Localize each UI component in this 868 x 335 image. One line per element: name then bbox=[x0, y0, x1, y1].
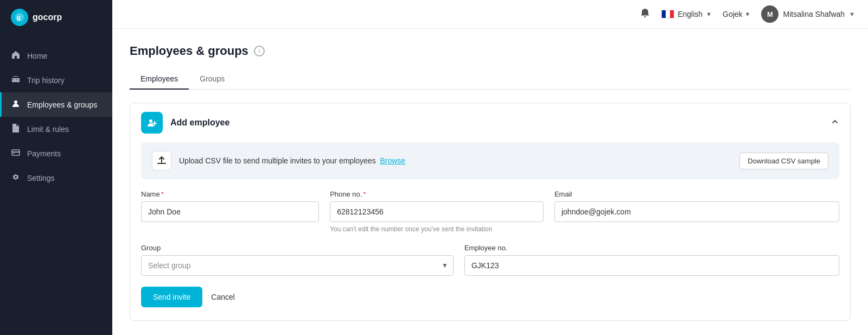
sidebar-item-limit-rules-label: Limit & rules bbox=[27, 125, 69, 134]
employees-icon bbox=[11, 99, 21, 110]
language-selector[interactable]: English ▼ bbox=[661, 10, 712, 18]
page-header: Employees & groups i bbox=[130, 44, 851, 58]
email-input[interactable] bbox=[554, 201, 839, 222]
logo-text: gocorp bbox=[33, 12, 62, 22]
user-menu[interactable]: M Mitsalina Shafwah ▼ bbox=[761, 5, 855, 23]
svg-rect-5 bbox=[13, 153, 15, 154]
group-field-group: Group Select group ▼ bbox=[141, 244, 454, 276]
main-content: English ▼ Gojek ▼ M Mitsalina Shafwah ▼ … bbox=[112, 0, 868, 335]
sidebar-item-payments[interactable]: Payments bbox=[0, 141, 112, 166]
user-name-label: Mitsalina Shafwah bbox=[783, 10, 845, 18]
sidebar-item-home-label: Home bbox=[27, 52, 47, 60]
add-employee-icon bbox=[141, 112, 163, 134]
csv-left: Upload CSV file to send multiple invites… bbox=[152, 151, 405, 170]
sidebar-item-trip-history[interactable]: Trip history bbox=[0, 68, 112, 92]
group-label: Group bbox=[141, 244, 454, 252]
cancel-button[interactable]: Cancel bbox=[211, 293, 235, 301]
form-row-1: Name* Phone no.* You can't edit the numb… bbox=[141, 190, 839, 233]
employee-no-field-group: Employee no. bbox=[464, 244, 839, 276]
add-employee-form: Name* Phone no.* You can't edit the numb… bbox=[130, 190, 850, 320]
employee-no-label: Employee no. bbox=[464, 244, 839, 252]
car-icon bbox=[11, 75, 21, 85]
company-label: Gojek bbox=[723, 10, 743, 18]
csv-upload-area: Upload CSV file to send multiple invites… bbox=[141, 142, 839, 179]
logo[interactable]: g gocorp bbox=[0, 0, 112, 35]
phone-field-group: Phone no.* You can't edit the number onc… bbox=[330, 190, 544, 233]
document-icon bbox=[11, 124, 21, 134]
csv-text: Upload CSV file to send multiple invites… bbox=[179, 156, 405, 165]
sidebar-item-limit-rules[interactable]: Limit & rules bbox=[0, 117, 112, 141]
employee-no-input[interactable] bbox=[464, 255, 839, 276]
form-row-2: Group Select group ▼ Employee no. bbox=[141, 244, 839, 276]
tabs: Employees Groups bbox=[130, 69, 851, 90]
info-icon[interactable]: i bbox=[254, 46, 265, 56]
phone-hint: You can't edit the number once you've se… bbox=[330, 225, 544, 233]
tab-groups[interactable]: Groups bbox=[189, 69, 235, 90]
card-header-left: Add employee bbox=[141, 112, 229, 134]
svg-text:g: g bbox=[17, 14, 21, 21]
sidebar-item-employees-label: Employees & groups bbox=[27, 100, 97, 109]
svg-point-6 bbox=[149, 119, 152, 123]
upload-icon bbox=[152, 151, 171, 170]
collapse-button[interactable] bbox=[831, 117, 839, 128]
notification-bell-icon[interactable] bbox=[640, 8, 650, 21]
payments-icon bbox=[11, 148, 21, 159]
topbar: English ▼ Gojek ▼ M Mitsalina Shafwah ▼ bbox=[112, 0, 868, 29]
email-label: Email bbox=[554, 190, 839, 198]
flag-icon bbox=[661, 10, 674, 18]
sidebar-item-settings[interactable]: Settings bbox=[0, 166, 112, 190]
settings-icon bbox=[11, 173, 21, 183]
company-chevron-icon: ▼ bbox=[745, 11, 751, 17]
sidebar-item-settings-label: Settings bbox=[27, 174, 55, 182]
language-label: English bbox=[678, 10, 703, 18]
sidebar-item-trip-history-label: Trip history bbox=[27, 76, 65, 85]
avatar: M bbox=[761, 5, 778, 23]
sidebar-nav: Home Trip history Employees & groups bbox=[0, 43, 112, 190]
user-chevron-icon: ▼ bbox=[849, 11, 855, 17]
card-header: Add employee bbox=[130, 103, 850, 142]
form-actions: Send invite Cancel bbox=[141, 287, 839, 307]
svg-point-2 bbox=[14, 100, 17, 104]
svg-rect-4 bbox=[12, 151, 20, 153]
language-chevron-icon: ▼ bbox=[706, 11, 712, 17]
add-employee-card: Add employee bbox=[130, 103, 851, 321]
page-title: Employees & groups bbox=[130, 44, 248, 58]
group-select[interactable]: Select group bbox=[141, 255, 454, 276]
group-select-wrap: Select group ▼ bbox=[141, 255, 454, 276]
tab-employees[interactable]: Employees bbox=[130, 69, 189, 90]
csv-browse-link[interactable]: Browse bbox=[380, 156, 405, 165]
logo-icon: g bbox=[11, 9, 28, 26]
sidebar-item-employees-groups[interactable]: Employees & groups bbox=[0, 92, 112, 117]
phone-label: Phone no.* bbox=[330, 190, 544, 198]
card-title: Add employee bbox=[170, 118, 229, 128]
email-field-group: Email bbox=[554, 190, 839, 233]
sidebar-item-payments-label: Payments bbox=[27, 149, 61, 158]
company-selector[interactable]: Gojek ▼ bbox=[723, 10, 750, 18]
name-field-group: Name* bbox=[141, 190, 319, 233]
page-content: Employees & groups i Employees Groups bbox=[112, 29, 868, 335]
send-invite-button[interactable]: Send invite bbox=[141, 287, 202, 307]
phone-input[interactable] bbox=[330, 201, 544, 222]
home-icon bbox=[11, 50, 21, 61]
sidebar: g gocorp Home Trip history bbox=[0, 0, 112, 335]
name-input[interactable] bbox=[141, 201, 319, 222]
download-csv-button[interactable]: Download CSV sample bbox=[739, 153, 828, 169]
name-label: Name* bbox=[141, 190, 319, 198]
sidebar-item-home[interactable]: Home bbox=[0, 43, 112, 68]
